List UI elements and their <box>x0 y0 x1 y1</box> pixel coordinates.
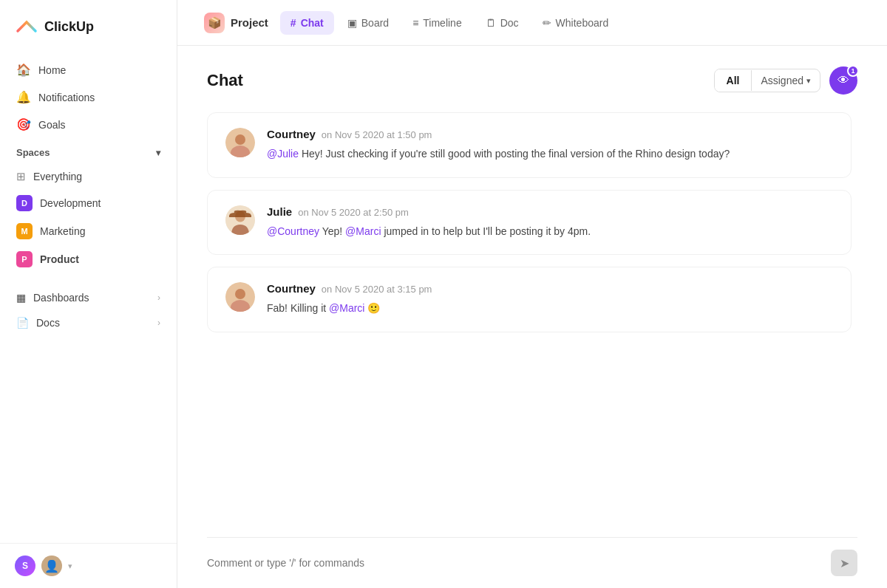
development-badge: D <box>16 195 33 211</box>
message-3-header: Courtney on Nov 5 2020 at 3:15 pm <box>267 282 833 295</box>
chevron-down-filter-icon: ▾ <box>806 76 811 86</box>
dashboards-icon: ▦ <box>16 292 26 304</box>
bell-icon: 🔔 <box>16 90 31 104</box>
message-3-time: on Nov 5 2020 at 3:15 pm <box>322 284 432 295</box>
timeline-icon: ≡ <box>412 17 418 29</box>
mention-julie[interactable]: @Julie <box>267 148 299 160</box>
tab-board[interactable]: ▣ Board <box>337 11 399 35</box>
tab-doc-label: Doc <box>500 17 519 29</box>
chat-content: Chat All Assigned ▾ 👁 1 <box>177 46 887 588</box>
message-1-author: Courtney <box>267 128 316 140</box>
product-badge: P <box>16 251 33 267</box>
project-label[interactable]: 📦 Project <box>195 8 277 38</box>
message-1-body: Courtney on Nov 5 2020 at 1:50 pm @Julie… <box>267 128 833 163</box>
filter-assigned-label: Assigned <box>761 75 803 86</box>
sidebar-item-dashboards-label: Dashboards <box>33 292 89 304</box>
logo: ClickUp <box>0 0 177 50</box>
message-3-body: Courtney on Nov 5 2020 at 3:15 pm Fab! K… <box>267 282 833 317</box>
mention-courtney[interactable]: @Courtney <box>267 225 319 237</box>
filter-assigned-dropdown[interactable]: Assigned ▾ <box>752 69 820 92</box>
message-2-text: @Courtney Yep! @Marci jumped in to help … <box>267 224 833 240</box>
message-3-content-a: Fab! Killing it <box>267 302 329 314</box>
main-content: 📦 Project # Chat ▣ Board ≡ Timeline 🗒 Do… <box>177 0 887 588</box>
send-icon: ➤ <box>840 556 849 570</box>
chevron-down-icon-footer: ▾ <box>68 561 72 571</box>
tab-timeline-label: Timeline <box>423 17 461 29</box>
eye-button[interactable]: 👁 1 <box>829 66 857 95</box>
grid-icon: ⊞ <box>16 170 26 183</box>
sidebar-footer: S 👤 ▾ <box>0 543 177 588</box>
message-3-avatar <box>225 282 255 312</box>
clickup-logo-icon <box>15 15 38 38</box>
sidebar-item-home[interactable]: 🏠 Home <box>9 56 168 83</box>
marketing-badge: M <box>16 223 33 239</box>
project-label-text: Project <box>231 16 268 29</box>
message-1: Courtney on Nov 5 2020 at 1:50 pm @Julie… <box>207 112 852 178</box>
spaces-label: Spaces <box>16 147 50 158</box>
svg-point-1 <box>235 134 245 145</box>
sidebar-item-goals-label: Goals <box>38 119 66 131</box>
user-avatar-photo[interactable]: 👤 <box>41 555 62 576</box>
message-2-header: Julie on Nov 5 2020 at 2:50 pm <box>267 205 833 218</box>
tab-doc[interactable]: 🗒 Doc <box>475 11 529 35</box>
sidebar: ClickUp 🏠 Home 🔔 Notifications 🎯 Goals S… <box>0 0 177 588</box>
sidebar-item-docs-label: Docs <box>36 317 60 329</box>
message-2-content-a: Yep! <box>322 225 345 237</box>
doc-icon: 🗒 <box>486 17 496 29</box>
message-3-author: Courtney <box>267 282 316 295</box>
home-icon: 🏠 <box>16 63 31 77</box>
user-avatar-initial[interactable]: S <box>15 555 35 576</box>
whiteboard-icon: ✏ <box>543 17 551 29</box>
tab-whiteboard-label: Whiteboard <box>556 17 609 29</box>
message-1-time: on Nov 5 2020 at 1:50 pm <box>322 129 432 140</box>
mention-marci-2[interactable]: @Marci <box>329 302 364 314</box>
comment-input[interactable] <box>207 557 822 569</box>
board-icon: ▣ <box>347 17 357 29</box>
goals-icon: 🎯 <box>16 117 31 131</box>
tab-timeline[interactable]: ≡ Timeline <box>402 11 472 35</box>
message-2: Julie on Nov 5 2020 at 2:50 pm @Courtney… <box>207 190 852 256</box>
message-1-content: Hey! Just checking if you're still good … <box>302 148 730 160</box>
message-1-text: @Julie Hey! Just checking if you're stil… <box>267 146 833 163</box>
sidebar-item-product-label: Product <box>40 253 79 265</box>
chat-title: Chat <box>207 71 243 90</box>
filter-group: All Assigned ▾ <box>714 69 820 92</box>
mention-marci[interactable]: @Marci <box>345 225 381 237</box>
sidebar-item-dashboards[interactable]: ▦ Dashboards › <box>9 285 168 310</box>
sidebar-item-everything[interactable]: ⊞ Everything <box>9 164 168 189</box>
hash-icon: # <box>290 17 296 29</box>
docs-icon: 📄 <box>16 317 29 329</box>
sidebar-item-marketing[interactable]: M Marketing <box>9 217 168 245</box>
sidebar-item-development[interactable]: D Development <box>9 189 168 217</box>
sidebar-item-product[interactable]: P Product <box>9 245 168 273</box>
send-button[interactable]: ➤ <box>831 550 857 576</box>
chevron-down-icon: ▾ <box>156 148 160 158</box>
project-icon: 📦 <box>204 13 225 33</box>
filter-all-button[interactable]: All <box>715 69 752 92</box>
spaces-header[interactable]: Spaces ▾ <box>9 138 168 164</box>
eye-icon: 👁 <box>837 74 849 87</box>
tab-whiteboard[interactable]: ✏ Whiteboard <box>532 11 619 35</box>
tab-chat[interactable]: # Chat <box>280 11 334 35</box>
chevron-right-icon: › <box>157 293 160 303</box>
logo-text: ClickUp <box>44 19 94 35</box>
message-3-text: Fab! Killing it @Marci 🙂 <box>267 301 833 317</box>
sidebar-item-docs[interactable]: 📄 Docs › <box>9 310 168 335</box>
sidebar-item-everything-label: Everything <box>33 171 82 182</box>
message-2-body: Julie on Nov 5 2020 at 2:50 pm @Courtney… <box>267 205 833 240</box>
sidebar-item-notifications-label: Notifications <box>38 92 95 103</box>
message-3-emoji: 🙂 <box>367 302 380 314</box>
sidebar-item-notifications[interactable]: 🔔 Notifications <box>9 83 168 111</box>
message-2-time: on Nov 5 2020 at 2:50 pm <box>298 207 409 218</box>
tab-board-label: Board <box>361 17 389 29</box>
sidebar-item-development-label: Development <box>40 197 101 209</box>
comment-input-area: ➤ <box>207 537 857 588</box>
message-1-avatar <box>225 128 255 157</box>
eye-badge: 1 <box>847 65 859 77</box>
messages-area: Courtney on Nov 5 2020 at 1:50 pm @Julie… <box>207 112 857 537</box>
sidebar-item-marketing-label: Marketing <box>40 225 85 237</box>
sidebar-item-goals[interactable]: 🎯 Goals <box>9 111 168 138</box>
message-2-author: Julie <box>267 205 292 218</box>
sidebar-item-home-label: Home <box>38 64 66 76</box>
message-3: Courtney on Nov 5 2020 at 3:15 pm Fab! K… <box>207 267 852 332</box>
